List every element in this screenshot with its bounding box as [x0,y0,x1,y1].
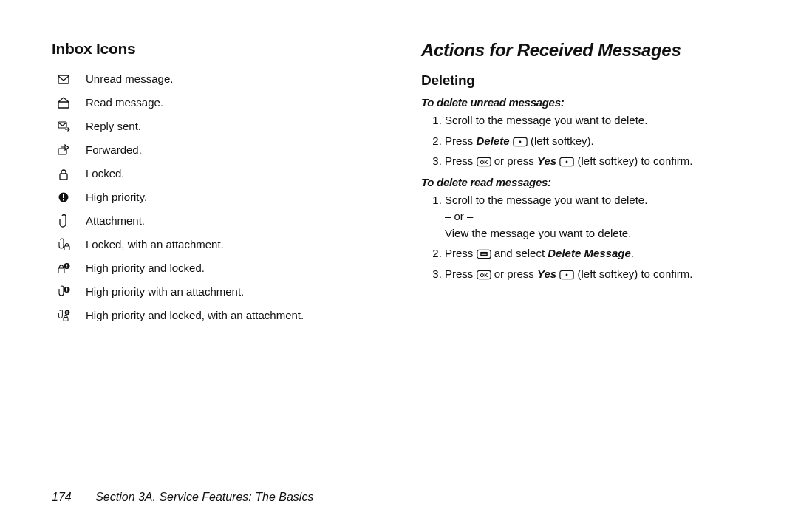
list-item: Scroll to the message you want to delete… [445,192,754,242]
forwarded-icon [52,142,75,158]
list-item: Scroll to the message you want to delete… [445,112,754,129]
list-item: Press or press Yes (left softkey) to con… [445,153,754,170]
icon-label: Locked. [86,166,384,182]
delete-unread-steps: Scroll to the message you want to delete… [421,112,754,170]
read-message-icon [52,95,75,111]
list-item: Press or press Yes (left softkey) to con… [445,266,754,283]
locked-icon [52,166,75,182]
menu-key-icon [477,249,491,259]
ok-key-icon [477,270,491,280]
ok-key-icon [477,157,491,167]
icon-label: High priority with an attachment. [86,284,384,300]
softkey-dot-icon [559,270,574,280]
left-column: Inbox Icons Unread message. Read message… [52,40,384,324]
actions-heading: Actions for Received Messages [421,40,754,61]
priority-attachment-icon [52,284,75,300]
softkey-dot-icon [513,137,528,147]
icon-label: Unread message. [86,71,384,87]
icon-label: High priority and locked, with an attach… [86,307,384,324]
deleting-heading: Deleting [421,72,754,89]
inbox-icons-heading: Inbox Icons [52,40,384,58]
high-priority-icon [52,189,75,205]
page-footer: 174 Section 3A. Service Features: The Ba… [52,491,313,504]
delete-unread-instr: To delete unread messages: [421,96,754,109]
icon-list: Unread message. Read message. Reply sent… [52,71,384,324]
priority-locked-attachment-icon [52,307,75,324]
icon-label: High priority. [86,189,384,205]
right-column: Actions for Received Messages Deleting T… [421,40,754,324]
attachment-icon [52,213,75,229]
softkey-dot-icon [559,157,574,167]
icon-label: Attachment. [86,213,384,229]
icon-label: Locked, with an attachment. [86,236,384,253]
icon-label: Read message. [86,95,384,111]
section-title: Section 3A. Service Features: The Basics [95,491,313,503]
list-item: Press Delete (left softkey). [445,133,754,150]
icon-label: Forwarded. [86,142,384,158]
page-number: 174 [52,491,72,503]
icon-label: High priority and locked. [86,260,384,276]
list-item: Press and select Delete Message. [445,245,754,262]
unread-message-icon [52,71,75,87]
delete-read-instr: To delete read messages: [421,176,754,188]
icon-label: Reply sent. [86,118,384,134]
locked-attachment-icon [52,236,75,253]
priority-locked-icon [52,260,75,276]
delete-read-steps: Scroll to the message you want to delete… [421,192,754,283]
reply-sent-icon [52,118,75,134]
